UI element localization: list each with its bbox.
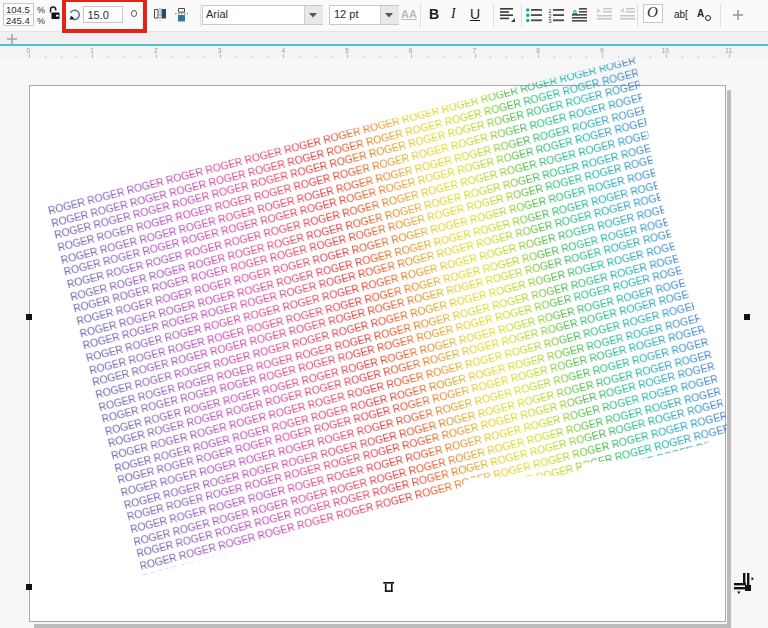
svg-text:3: 3 [549,18,552,23]
svg-text:A: A [572,8,579,18]
